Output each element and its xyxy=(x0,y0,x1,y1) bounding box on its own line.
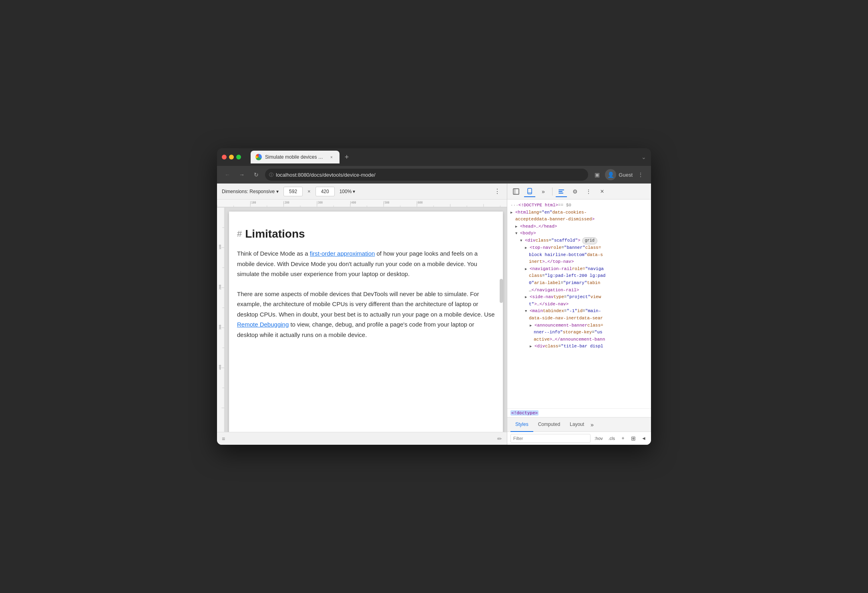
nav-bar: ← → ↻ ⓘ localhost:8080/docs/devtools/dev… xyxy=(217,166,651,184)
expand-arrow[interactable]: ▼ xyxy=(520,238,524,244)
code-line-announcement[interactable]: ▶ <announcement-banner class= xyxy=(510,322,648,329)
svg-text:|200: |200 xyxy=(283,201,289,205)
edit-icon[interactable]: ✏ xyxy=(497,436,502,442)
code-line-head[interactable]: ▶ <head>…</head> xyxy=(510,223,648,230)
layout-tab[interactable]: Layout xyxy=(565,418,589,432)
page-heading: # Limitations xyxy=(237,228,495,240)
expand-arrow[interactable]: ▶ xyxy=(515,224,519,230)
width-input[interactable] xyxy=(283,187,303,196)
title-bar: Simulate mobile devices with D × + ⌄ xyxy=(217,148,651,166)
code-line-announcement-3: active >…</announcement-bann xyxy=(510,336,648,343)
elements-tab-button[interactable] xyxy=(556,186,567,197)
forward-icon: → xyxy=(239,171,245,178)
gear-icon: ⚙ xyxy=(573,188,578,195)
page-viewport[interactable]: # Limitations Think of Device Mode as a … xyxy=(225,208,507,432)
svg-text:100: 100 xyxy=(219,244,222,250)
tabs-more-button[interactable]: » xyxy=(591,422,594,428)
page-content: Think of Device Mode as a first-order ap… xyxy=(237,248,495,340)
address-bar[interactable]: ⓘ localhost:8080/docs/devtools/device-mo… xyxy=(265,169,588,181)
cls-filter-button[interactable]: .cls xyxy=(607,435,617,442)
active-tab[interactable]: Simulate mobile devices with D × xyxy=(251,151,340,163)
filter-input[interactable] xyxy=(510,434,591,443)
new-tab-button[interactable]: + xyxy=(341,151,352,163)
expand-arrow[interactable]: ▶ xyxy=(525,294,529,300)
minimize-window-button[interactable] xyxy=(229,155,234,159)
close-window-button[interactable] xyxy=(222,155,227,159)
remote-debugging-link[interactable]: Remote Debugging xyxy=(237,321,289,328)
tab-close-button[interactable]: × xyxy=(328,154,335,160)
title-bar-right: ⌄ xyxy=(641,154,646,160)
svg-text:400: 400 xyxy=(219,365,222,370)
forward-button[interactable]: → xyxy=(236,169,247,180)
expand-arrow[interactable]: ▶ xyxy=(525,245,529,251)
height-input[interactable] xyxy=(315,187,335,196)
user-avatar-button[interactable]: 👤 xyxy=(605,169,616,180)
devtools-code-area: ··· <!DOCTYPE html> == $0 ▶ <html lang =… xyxy=(507,200,651,408)
code-line-body[interactable]: ▼ <body> xyxy=(510,230,648,237)
doctype-footer: <!doctype> xyxy=(507,408,651,417)
code-line-nav-rail-4: … </navigation-rail> xyxy=(510,287,648,294)
maximize-window-button[interactable] xyxy=(236,155,241,159)
back-button[interactable]: ← xyxy=(222,169,233,180)
expand-arrow[interactable]: ▼ xyxy=(515,231,519,236)
chrome-menu-button[interactable]: ⋮ xyxy=(635,169,646,180)
lock-icon: ⓘ xyxy=(269,172,273,178)
zoom-selector[interactable]: 100% ▾ xyxy=(340,187,356,196)
svg-rect-48 xyxy=(559,193,563,194)
element-state-icon[interactable]: ⊞ xyxy=(629,434,637,442)
sidebar-toggle-button[interactable]: ▣ xyxy=(591,169,603,180)
code-line-side-nav[interactable]: ▶ <side-nav type = "project" view xyxy=(510,294,648,301)
code-line-html-2: accepted data-banner-dismissed > xyxy=(510,216,648,223)
code-line-html[interactable]: ▶ <html lang = "en" data-cookies- xyxy=(510,209,648,216)
svg-rect-44 xyxy=(528,188,532,194)
device-toggle-button[interactable] xyxy=(524,186,535,197)
code-line-title-bar[interactable]: ▶ <div class = "title-bar displ xyxy=(510,343,648,350)
code-line-main[interactable]: ▼ <main tabindex = "-1" id = "main- xyxy=(510,308,648,315)
computed-tab[interactable]: Computed xyxy=(533,418,565,432)
inspect-element-button[interactable] xyxy=(510,186,522,197)
svg-text:200: 200 xyxy=(219,284,222,290)
code-line-top-nav-3: inert >…</top-nav> xyxy=(510,258,648,266)
hov-filter-button[interactable]: :hov xyxy=(593,435,605,442)
window-minimize-icon[interactable]: ⌄ xyxy=(641,154,646,160)
devtools-panel: » ⚙ ⋮ × ··· <!D xyxy=(507,184,651,445)
menu-icon: ⋮ xyxy=(638,171,643,178)
ruler-top: |100 |200 |300 |400 |500 |600 xyxy=(217,200,507,208)
dimensions-dropdown-arrow[interactable]: ▾ xyxy=(276,189,279,194)
styles-tab[interactable]: Styles xyxy=(510,418,533,432)
reload-icon: ↻ xyxy=(254,171,259,178)
page-scrollbar[interactable] xyxy=(500,279,503,303)
devtools-tab-bar: Styles Computed Layout » xyxy=(507,418,651,432)
first-order-link[interactable]: first-order approximation xyxy=(310,250,375,257)
toolbar-more-button[interactable]: ⋮ xyxy=(492,187,502,196)
tab-title: Simulate mobile devices with D xyxy=(265,154,325,160)
reload-button[interactable]: ↻ xyxy=(251,169,262,180)
devtools-more-button[interactable]: ⋮ xyxy=(583,186,594,197)
svg-text:300: 300 xyxy=(219,325,222,330)
expand-arrow[interactable]: ▶ xyxy=(530,323,534,329)
user-label: Guest xyxy=(619,172,633,178)
code-line-top-nav-2: block hairline-bottom" data-s xyxy=(510,252,648,259)
expand-arrow[interactable]: ▶ xyxy=(530,344,534,349)
code-line-nav-rail[interactable]: ▶ <navigation-rail role= "naviga xyxy=(510,266,648,273)
expand-arrow[interactable]: ▶ xyxy=(510,210,514,216)
svg-rect-0 xyxy=(217,200,507,207)
elements-icon xyxy=(558,188,565,194)
drag-handle-icon: ≡ xyxy=(222,436,225,442)
code-line-top-nav[interactable]: ▶ <top-nav role = "banner" class= xyxy=(510,244,648,252)
dimension-separator: × xyxy=(307,188,311,194)
expand-arrow[interactable]: ▶ xyxy=(525,266,529,272)
settings-button[interactable]: ⚙ xyxy=(569,186,581,197)
page-frame: # Limitations Think of Device Mode as a … xyxy=(229,212,503,432)
expand-arrow[interactable]: ▼ xyxy=(525,309,529,314)
code-line-div-scaffold[interactable]: ▼ <div class = "scaffold" > grid xyxy=(510,237,648,244)
add-filter-button[interactable]: + xyxy=(619,434,627,442)
heading-anchor: # xyxy=(237,229,242,239)
toggle-classes-icon[interactable]: ◄ xyxy=(640,434,648,442)
traffic-lights xyxy=(222,155,241,159)
devtools-close-button[interactable]: × xyxy=(597,186,608,197)
code-line-announcement-2: nner--info" storage-key = "us xyxy=(510,329,648,336)
device-toolbar: Dimensions: Responsive ▾ × 100% ▾ ⋮ xyxy=(217,184,507,200)
more-tabs-button[interactable]: » xyxy=(538,186,549,197)
paragraph-2: There are some aspects of mobile devices… xyxy=(237,289,495,340)
